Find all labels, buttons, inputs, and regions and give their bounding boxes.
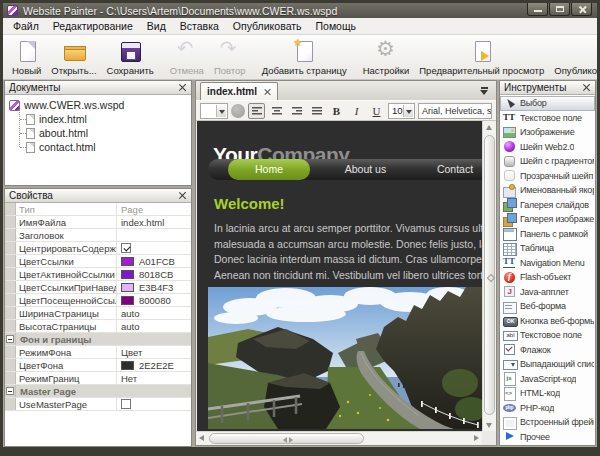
align-center-button[interactable] (268, 103, 285, 119)
menu-item-помощь[interactable]: Помощь (309, 19, 364, 33)
shape-circle-icon[interactable] (231, 104, 245, 118)
tool-шейп-web2-0[interactable]: Шейп Web2.0 (500, 140, 595, 155)
menu-item-файл[interactable]: Файл (6, 19, 46, 33)
horizontal-scroll-thumb[interactable] (209, 433, 364, 444)
tree-item-about-html[interactable]: about.html (16, 126, 189, 140)
close-icon[interactable] (582, 83, 591, 92)
tool-текстовое-поле[interactable]: Текстовое поле (500, 328, 595, 343)
tool-изображение[interactable]: Изображение (500, 125, 595, 140)
close-button[interactable] (571, 3, 592, 16)
tool-флажок[interactable]: Флажок (500, 343, 595, 358)
checkbox-unchecked[interactable] (121, 399, 131, 409)
property-value-центрироватьсодержимое[interactable] (117, 242, 191, 254)
color-swatch[interactable] (121, 257, 134, 266)
tool-веб-форма[interactable]: Веб-форма (500, 299, 595, 314)
color-swatch[interactable] (121, 283, 134, 292)
underline-button[interactable]: U (368, 103, 385, 119)
tool-прочее[interactable]: Прочее (500, 430, 595, 445)
property-value-цветфона[interactable]: 2E2E2E (117, 359, 191, 371)
toolbar-button-новый[interactable]: Новый (7, 36, 46, 79)
maximize-button[interactable] (549, 3, 570, 16)
tool-именованный-якорь[interactable]: Именованный якорь (500, 183, 595, 198)
close-icon[interactable] (264, 88, 271, 95)
tree-item-index-html[interactable]: index.html (16, 112, 189, 126)
scroll-left-icon[interactable] (196, 432, 209, 445)
bold-button[interactable]: B (328, 103, 345, 119)
scroll-right-icon[interactable] (469, 432, 482, 445)
site-page[interactable]: YourCompany HomeAbout usContact Welcome!… (197, 121, 482, 431)
tree-item-contact-html[interactable]: contact.html (16, 140, 189, 154)
tab-list-icon[interactable] (480, 87, 489, 95)
tool-кнопка-веб-формы[interactable]: Кнопка веб-формы (500, 314, 595, 329)
property-value-высотастраницы[interactable]: auto (117, 320, 191, 332)
site-nav-contact[interactable]: Contact (430, 159, 480, 180)
site-navbar[interactable]: HomeAbout usContact (208, 159, 482, 180)
tool-панель-с-рамкой[interactable]: Панель с рамкой (500, 227, 595, 242)
site-photo[interactable] (208, 287, 482, 429)
toolbar-button-настройки[interactable]: Настройки (358, 36, 415, 79)
color-swatch[interactable] (121, 296, 134, 305)
align-right-button[interactable] (288, 103, 305, 119)
toolbar-button-повтор[interactable]: Повтор (209, 36, 251, 79)
tab-index-html[interactable]: index.html (200, 82, 278, 100)
site-paragraph[interactable]: In lacinia arcu at arcu semper porttitor… (214, 221, 482, 283)
style-combo[interactable] (200, 103, 228, 119)
vertical-scrollbar[interactable] (482, 121, 496, 431)
checkbox-checked[interactable] (121, 243, 131, 253)
menu-item-редактирование[interactable]: Редактирование (46, 19, 140, 33)
tool-java-апплет[interactable]: Java-апплет (500, 285, 595, 300)
property-value-режимфона[interactable]: Цвет (117, 346, 191, 358)
tool-php-код[interactable]: PHP-код (500, 401, 595, 416)
property-group-фон-и-границы[interactable]: Фон и границы (5, 333, 191, 346)
site-nav-about-us[interactable]: About us (338, 159, 393, 180)
tool-javascript-код[interactable]: JavaScript-код (500, 372, 595, 387)
scroll-down-icon[interactable] (483, 418, 496, 431)
toolbar-button-открыть[interactable]: Открыть... (46, 36, 101, 79)
property-value-режимграниц[interactable]: Нет (117, 372, 191, 384)
tool-flash-объект[interactable]: Flash-объект (500, 270, 595, 285)
menu-item-вид[interactable]: Вид (140, 19, 173, 33)
tool-navigation-menu[interactable]: Navigation Menu (500, 256, 595, 271)
close-icon[interactable] (178, 191, 187, 200)
collapse-icon[interactable] (6, 387, 14, 395)
horizontal-scrollbar[interactable] (196, 431, 496, 445)
site-nav-home[interactable]: Home (228, 159, 310, 180)
tool-встроенный-фрейм[interactable]: Встроенный фрейм (500, 415, 595, 430)
tree-root-www-cwer-ws-wspd[interactable]: www.CWER.ws.wspd (9, 98, 189, 112)
menu-item-опубликовать[interactable]: Опубликовать (226, 19, 309, 33)
toolbar-button-сохранить[interactable]: Сохранить (102, 36, 159, 79)
toolbar-button-добавить-страницу[interactable]: Добавить страницу (257, 36, 352, 79)
tool-галерея-изображений[interactable]: Галерея изображений (500, 212, 595, 227)
font-family-field[interactable]: Arial, Helvetica, sans-serif (418, 103, 492, 119)
collapse-icon[interactable] (6, 335, 14, 343)
tool-выпадающий-список[interactable]: Выпадающий список (500, 357, 595, 372)
font-size-combo[interactable]: 10 (388, 103, 415, 119)
property-value-цветссылки[interactable]: A01FCB (117, 255, 191, 267)
property-value-usemasterpage[interactable] (117, 398, 191, 410)
color-swatch[interactable] (121, 270, 134, 279)
close-icon[interactable] (178, 83, 187, 92)
property-value-ширинастраницы[interactable]: auto (117, 307, 191, 319)
toolbar-button-предварительный-просмотр[interactable]: Предварительный просмотр (414, 36, 549, 79)
scroll-up-icon[interactable] (483, 121, 496, 134)
vertical-scroll-thumb[interactable] (484, 135, 495, 415)
minimize-button[interactable] (527, 3, 548, 16)
tool-текстовое-поле[interactable]: Текстовое поле (500, 111, 595, 126)
property-value-имяфайла[interactable]: index.html (117, 216, 191, 228)
align-left-button[interactable] (248, 103, 265, 119)
property-group-master-page[interactable]: Master Page (5, 385, 191, 398)
align-justify-button[interactable] (308, 103, 325, 119)
toolbar-button-опубликовать-на-локальный-диск[interactable]: Опубликовать на локальный диск (549, 36, 600, 79)
italic-button[interactable]: I (348, 103, 365, 119)
property-value-цветссылкипринаведении[interactable]: E3B4F3 (117, 281, 191, 293)
tool-шейп-с-градиентом[interactable]: Шейп с градиентом (500, 154, 595, 169)
site-heading[interactable]: Welcome! (214, 195, 285, 212)
property-value-тип[interactable]: Page (117, 203, 191, 215)
property-value-цветпосещеннойссылки[interactable]: 800080 (117, 294, 191, 306)
tool-выбор[interactable]: Выбор (500, 96, 595, 111)
tool-html-код[interactable]: HTML-код (500, 386, 595, 401)
toolbar-button-отмена[interactable]: Отмена (165, 36, 209, 79)
tool-галерея-слайдов[interactable]: Галерея слайдов (500, 198, 595, 213)
menu-item-вставка[interactable]: Вставка (173, 19, 226, 33)
tool-таблица[interactable]: Таблица (500, 241, 595, 256)
